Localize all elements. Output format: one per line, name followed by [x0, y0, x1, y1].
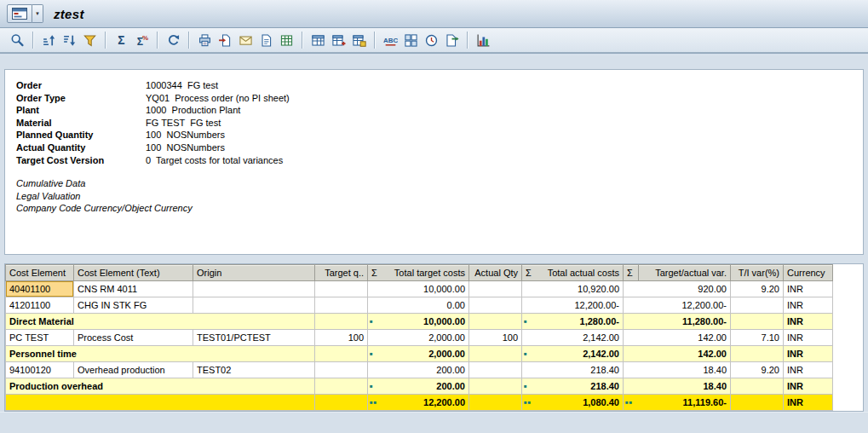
- cell-sum_marker_actual[interactable]: [522, 330, 536, 346]
- cell-total_actual_costs[interactable]: 10,920.00: [536, 281, 624, 297]
- cell-total_actual_costs[interactable]: 2,142.00: [536, 346, 624, 362]
- cell-cost_element[interactable]: PC TEST: [6, 330, 74, 346]
- cell-total_actual_costs[interactable]: 1,080.40: [536, 395, 624, 411]
- cell-actual_qty[interactable]: [469, 395, 522, 411]
- cell-total_target_costs[interactable]: 200.00: [382, 378, 469, 395]
- cell-currency[interactable]: INR: [784, 281, 833, 297]
- cell-cost_element[interactable]: Direct Material: [6, 314, 315, 330]
- cell-currency[interactable]: INR: [784, 395, 833, 411]
- cell-cost_element[interactable]: 94100120: [6, 362, 74, 378]
- cell-total_target_costs[interactable]: 12,200.00: [382, 395, 469, 411]
- cell-sum_marker_var[interactable]: [624, 314, 639, 330]
- column-header-currency[interactable]: Currency: [784, 265, 833, 281]
- session-menu-button[interactable]: ▼: [7, 4, 43, 23]
- cell-currency[interactable]: INR: [784, 362, 833, 378]
- cell-sum_marker_target[interactable]: ■■: [368, 395, 382, 411]
- cell-total_actual_costs[interactable]: 1,280.00-: [536, 314, 624, 330]
- local-file-icon[interactable]: [215, 30, 235, 50]
- cell-sum_marker_target[interactable]: [368, 362, 382, 378]
- cell-target_qty[interactable]: 100: [315, 330, 368, 346]
- column-header-target-actual-var[interactable]: Target/actual var.: [639, 265, 731, 281]
- cell-ti_var_pct[interactable]: [731, 395, 784, 411]
- cell-actual_qty[interactable]: 100: [469, 330, 522, 346]
- cell-sum_marker_actual[interactable]: ■: [522, 314, 536, 330]
- cell-total_target_costs[interactable]: 10,000.00: [382, 314, 469, 330]
- cell-target_qty[interactable]: [315, 281, 368, 297]
- column-header-total-target-costs[interactable]: ΣTotal target costs: [368, 265, 469, 281]
- cell-target_actual_var[interactable]: 18.40: [639, 362, 731, 378]
- cell-actual_qty[interactable]: [469, 346, 522, 362]
- cell-sum_marker_actual[interactable]: [522, 362, 536, 378]
- cell-ti_var_pct[interactable]: 7.10: [731, 330, 784, 346]
- time-icon[interactable]: [421, 30, 441, 50]
- cell-ti_var_pct[interactable]: [731, 346, 784, 362]
- cell-cost_element_text[interactable]: CNS RM 4011: [74, 281, 193, 297]
- cell-total_actual_costs[interactable]: 218.40: [536, 362, 624, 378]
- cell-total_actual_costs[interactable]: 218.40: [536, 378, 624, 395]
- cell-sum_marker_actual[interactable]: ■■: [522, 395, 536, 411]
- other-report-icon[interactable]: [400, 30, 421, 50]
- cell-actual_qty[interactable]: [469, 362, 522, 378]
- cell-cost_element[interactable]: Personnel time: [6, 346, 315, 362]
- cell-target_actual_var[interactable]: 11,119.60-: [639, 395, 731, 411]
- cell-target_qty[interactable]: [315, 395, 368, 411]
- cell-target_actual_var[interactable]: 11,280.00-: [639, 314, 731, 330]
- cell-sum_marker_target[interactable]: ■: [368, 378, 382, 395]
- cell-target_qty[interactable]: [315, 362, 368, 378]
- cell-cost_element[interactable]: 41201100: [6, 297, 74, 314]
- mail-recipient-icon[interactable]: [235, 30, 256, 50]
- cell-sum_marker_var[interactable]: [624, 281, 639, 297]
- column-header-t-i-var[interactable]: T/I var(%): [731, 265, 784, 281]
- cell-ti_var_pct[interactable]: [731, 378, 784, 395]
- cell-cost_element_text[interactable]: Process Cost: [74, 330, 193, 346]
- subtotal-icon[interactable]: Σ%: [131, 30, 152, 50]
- print-icon[interactable]: [194, 30, 215, 50]
- cell-total_target_costs[interactable]: 0.00: [382, 297, 469, 314]
- cell-sum_marker_target[interactable]: ■: [368, 314, 382, 330]
- cell-cost_element_text[interactable]: Overhead production: [74, 362, 193, 378]
- cell-actual_qty[interactable]: [469, 281, 522, 297]
- cell-currency[interactable]: INR: [784, 330, 833, 346]
- cell-sum_marker_var[interactable]: [624, 362, 639, 378]
- cell-target_actual_var[interactable]: 142.00: [639, 346, 731, 362]
- word-processing-icon[interactable]: [256, 30, 276, 50]
- set-filter-icon[interactable]: [79, 30, 100, 50]
- cell-actual_qty[interactable]: [469, 314, 522, 330]
- total-icon[interactable]: Σ: [111, 30, 131, 50]
- dropdown-arrow-icon[interactable]: ▼: [32, 4, 43, 23]
- cell-ti_var_pct[interactable]: 9.20: [731, 281, 784, 297]
- cell-cost_element[interactable]: [6, 395, 315, 411]
- cell-sum_marker_actual[interactable]: [522, 297, 536, 314]
- cell-sum_marker_target[interactable]: ■: [368, 346, 382, 362]
- cell-cost_element[interactable]: 40401100: [6, 281, 74, 297]
- cell-origin[interactable]: [193, 297, 315, 314]
- cell-origin[interactable]: TEST02: [193, 362, 315, 378]
- cell-total_actual_costs[interactable]: 12,200.00-: [536, 297, 624, 314]
- cell-target_qty[interactable]: [315, 378, 368, 395]
- column-header-actual-qty[interactable]: Actual Qty: [469, 265, 522, 281]
- column-header-total-actual-costs[interactable]: ΣTotal actual costs: [522, 265, 624, 281]
- save-layout-icon[interactable]: [348, 30, 369, 50]
- cell-cost_element[interactable]: Production overhead: [6, 378, 315, 395]
- cell-actual_qty[interactable]: [469, 297, 522, 314]
- cell-sum_marker_actual[interactable]: [522, 281, 536, 297]
- cell-actual_qty[interactable]: [469, 378, 522, 395]
- cell-target_actual_var[interactable]: 18.40: [639, 378, 731, 395]
- sort-descending-icon[interactable]: [59, 30, 79, 50]
- cell-ti_var_pct[interactable]: [731, 297, 784, 314]
- cell-sum_marker_var[interactable]: [624, 330, 639, 346]
- cell-ti_var_pct[interactable]: 9.20: [731, 362, 784, 378]
- abc-analysis-icon[interactable]: ABC: [380, 30, 400, 50]
- cell-origin[interactable]: TEST01/PCTEST: [193, 330, 315, 346]
- sort-ascending-icon[interactable]: [38, 30, 59, 50]
- cell-origin[interactable]: [193, 281, 315, 297]
- cell-target_actual_var[interactable]: 142.00: [639, 330, 731, 346]
- cell-sum_marker_actual[interactable]: ■: [522, 378, 536, 395]
- graphic-icon[interactable]: [473, 30, 493, 50]
- cell-target_qty[interactable]: [315, 314, 368, 330]
- change-layout-icon[interactable]: [328, 30, 348, 50]
- cell-ti_var_pct[interactable]: [731, 314, 784, 330]
- column-header-sum[interactable]: Σ: [624, 265, 639, 281]
- cell-sum_marker_var[interactable]: [624, 346, 639, 362]
- spreadsheet-icon[interactable]: [276, 30, 296, 50]
